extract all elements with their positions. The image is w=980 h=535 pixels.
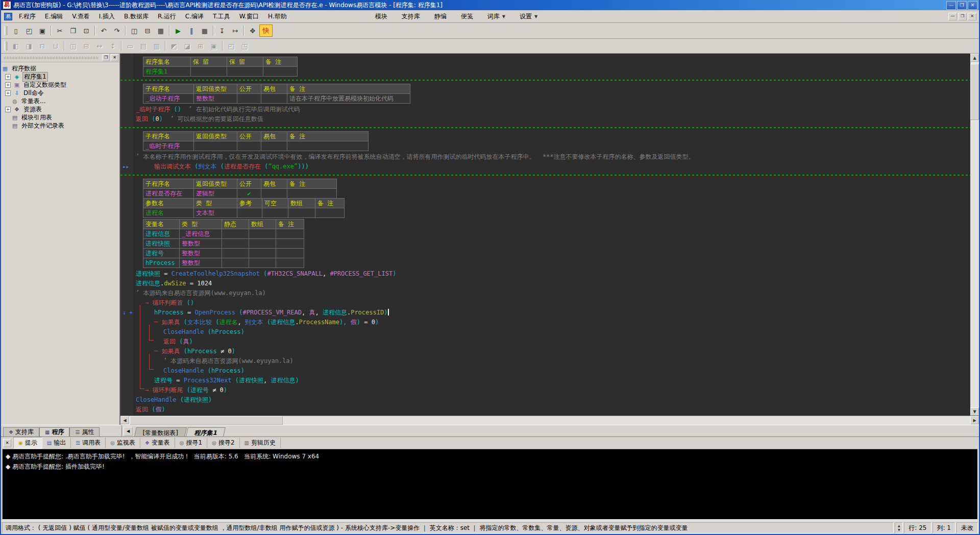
table-cell[interactable] [222,239,249,249]
menu-right-item-5[interactable]: 设置▼ [512,11,545,22]
table-cell[interactable] [237,94,261,104]
code-line[interactable]: ─ 如果真 (文本比较 (进程名, 到文本 (进程信息.ProcessName)… [120,318,970,327]
column-header[interactable]: 公开 [237,132,261,141]
table-cell[interactable]: 逻辑型 [194,189,237,199]
column-header[interactable]: 备 注 [287,84,410,94]
menu-item-5[interactable]: R.运行 [153,11,181,22]
table-cell[interactable] [276,258,304,268]
table-cell[interactable]: 整数型 [194,94,237,104]
column-header[interactable]: 程序集名 [143,57,191,67]
column-header[interactable]: 参数名 [143,199,194,208]
column-header[interactable]: 返回值类型 [194,84,237,94]
menu-item-6[interactable]: C.编译 [181,11,208,22]
minimize-button[interactable]: — [946,1,956,10]
column-header[interactable]: 子程序名 [143,132,194,141]
table-cell[interactable]: _临时子程序 [143,141,194,151]
table-cell[interactable]: 整数型 [180,249,222,258]
column-header[interactable]: 易包 [261,84,287,94]
column-header[interactable]: 子程序名 [143,179,194,189]
editor-tab-1[interactable]: 程序集1 [186,427,226,436]
table-cell[interactable]: _启动子程序 [143,94,194,104]
table-cell[interactable] [222,229,249,239]
table-cell[interactable]: 进程号 [143,249,180,258]
tree-expander-icon[interactable]: + [5,90,11,96]
code-line[interactable]: 进程号 = Process32Next (进程快照, 进程信息) [120,376,970,385]
column-header[interactable]: 类 型 [194,199,237,208]
table-cell[interactable] [227,67,263,77]
horizontal-scrollbar[interactable]: ◀ ▶ [120,416,979,425]
column-header[interactable]: 参考 [237,199,262,208]
table-cell[interactable] [261,141,287,151]
table-cell[interactable] [249,249,276,258]
table-cell[interactable] [191,67,227,77]
output-tab-5[interactable]: ◎搜寻1 [175,437,207,448]
tree-item-6[interactable]: ▤模块引用表 [1,113,119,121]
tree-expander-icon[interactable]: + [5,107,11,112]
menu-right-item-0[interactable]: 模块 [368,11,395,22]
column-header[interactable]: 公开 [237,179,261,189]
table-cell[interactable] [222,258,249,268]
pause-icon[interactable]: ∥ [185,25,198,37]
code-line[interactable]: 进程信息.dwSize = 1024 [120,279,970,288]
tree-item-0[interactable]: ▦程序数据 [1,64,119,72]
tree-expander-icon[interactable]: + [5,74,11,80]
stop-icon[interactable]: ■ [198,25,211,37]
table-cell[interactable] [249,239,276,249]
spinner-down-icon[interactable]: ▼ [896,528,902,532]
cut-icon[interactable]: ✂ [53,25,66,37]
scroll-down-button[interactable]: ▼ [970,407,979,416]
column-header[interactable]: 返回值类型 [194,179,237,189]
table-cell[interactable] [276,239,304,249]
table-cell[interactable] [262,208,288,218]
table-cell[interactable]: 请在本子程序中放置易模块初始化代码 [287,94,410,104]
table-cell[interactable]: 进程快照 [143,239,180,249]
sidebar-tab-0[interactable]: ❖支持库 [3,427,39,436]
table-cell[interactable]: 文本型 [194,208,237,218]
open-file-icon[interactable]: ◰ [22,25,36,37]
run-icon[interactable]: ▶ [172,25,185,37]
table-cell[interactable] [261,189,287,199]
output-tab-3[interactable]: ◎监视表 [106,437,140,448]
toolbar-grip-handle[interactable] [4,41,7,51]
output-tab-2[interactable]: ☰调用表 [71,437,106,448]
table-cell[interactable] [194,141,237,151]
column-header[interactable]: 保 留 [191,57,227,67]
column-header[interactable]: 保 留 [227,57,263,67]
redo-icon[interactable]: ↷ [110,25,124,37]
sidebar-grip-handle[interactable] [4,57,99,59]
table-cell[interactable] [222,249,249,258]
tree-item-1[interactable]: +◈程序集1 [1,72,119,81]
step-over-icon[interactable]: ↦ [229,25,242,37]
code-line[interactable]: ’ 本名称子程序用作测试程序用，仅在开发及调试环境中有效，编译发布程序前将被系统… [120,152,970,162]
code-line[interactable]: 返回 (0) ’ 可以根据您的需要返回任意数值 [120,114,970,124]
table-cell[interactable]: 进程是否存在 [143,189,194,199]
table-cell[interactable]: _进程信息 [180,229,222,239]
menu-item-7[interactable]: T.工具 [208,11,235,22]
code-line[interactable]: 进程快照 = CreateToolhelp32Snapshot (#TH32CS… [120,269,970,279]
column-header[interactable]: 返回值类型 [194,132,237,141]
code-line[interactable]: ’ 本源码来自易语言资源网(www.eyuyan.la) [120,356,970,366]
table-cell[interactable]: 整数型 [180,239,222,249]
toolbar-grip-handle[interactable] [4,26,7,35]
step-into-icon[interactable]: ↧ [215,25,229,37]
table-cell[interactable] [249,258,276,268]
column-header[interactable]: 类 型 [180,220,222,229]
output-tab-6[interactable]: ◎搜寻2 [207,437,239,448]
menu-right-item-2[interactable]: 静编 [427,11,454,22]
column-header[interactable]: 可空 [262,199,288,208]
paste-icon[interactable]: ⊡ [80,25,93,37]
window-cascade-icon[interactable]: ▦ [154,25,167,37]
code-line[interactable]: → 循环判断尾 (进程号 ≠ 0) [120,385,970,395]
menu-right-item-1[interactable]: 支持库 [395,11,427,22]
output-tab-0[interactable]: ◉提示 [13,437,42,449]
code-line[interactable]: 返回 (假) [120,405,970,415]
horizontal-scroll-thumb[interactable] [130,416,283,425]
table-cell[interactable]: ✔ [237,189,261,199]
tree-expander-icon[interactable]: + [5,82,11,88]
window-split-h-icon[interactable]: ◫ [128,25,141,37]
table-cell[interactable] [287,141,369,151]
sidebar-close-button[interactable]: ✕ [111,54,118,61]
table-cell[interactable]: 进程信息 [143,229,180,239]
pan-hand-icon[interactable]: ✥ [246,25,259,37]
column-header[interactable]: 易包 [261,132,287,141]
